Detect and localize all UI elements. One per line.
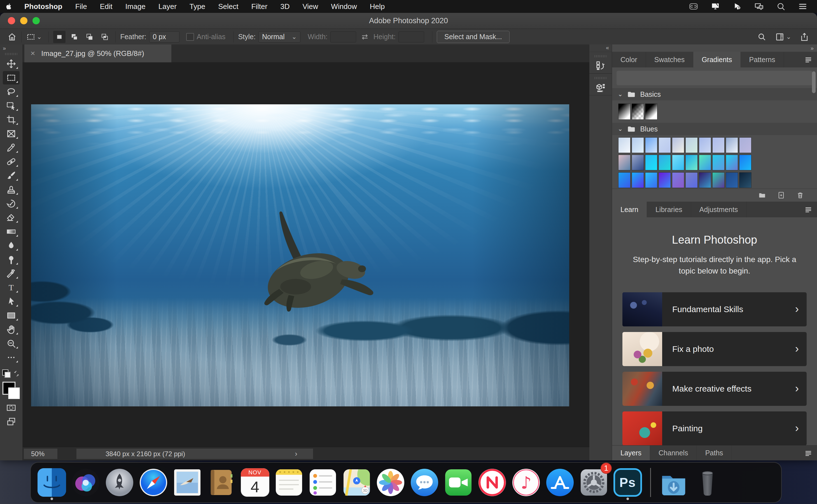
menu-item-photoshop[interactable]: Photoshop [18,0,69,13]
toolbar-grip[interactable] [5,53,17,55]
dock-item-music[interactable]: ♪ [509,464,543,501]
menu-item-filter[interactable]: Filter [245,0,274,13]
home-icon[interactable] [7,32,17,42]
dock-item-mail[interactable] [170,464,204,501]
gradient-swatch-blues-16[interactable] [686,155,698,170]
dock-item-photos[interactable] [374,464,407,501]
gradient-swatch-blues-26[interactable] [686,172,698,188]
blues-collapse-icon[interactable]: ⌄ [618,125,623,133]
default-colors-icon[interactable] [2,369,11,378]
dock-item-siri[interactable] [69,464,102,501]
rectangular-marquee-tool[interactable] [3,71,20,84]
menu-item-select[interactable]: Select [212,0,245,13]
dock-item-contacts[interactable] [204,464,238,501]
subtract-from-selection-icon[interactable] [83,31,96,43]
dock-item-facetime[interactable] [441,464,475,501]
search-icon[interactable] [757,32,767,42]
gradient-swatch-blues-24[interactable] [659,172,671,188]
gradient-swatch-blues-3[interactable] [645,137,658,153]
external-displays-icon[interactable] [754,2,764,11]
dock-item-trash[interactable] [691,464,724,501]
new-gradient-icon[interactable] [777,191,785,199]
swap-colors-icon[interactable] [13,370,20,377]
notification-list-icon[interactable] [798,2,807,11]
panel-tab-swatches[interactable]: Swatches [646,52,693,67]
gradient-swatch-blues-2[interactable] [632,137,644,153]
learn-card-fundamental-skills[interactable]: Fundamental Skills› [623,292,807,326]
hand-tool[interactable] [3,323,20,336]
zoom-tool[interactable] [3,337,20,350]
gradient-search-input[interactable] [617,71,813,85]
properties-panel-button[interactable] [589,74,612,95]
panel-tab-patterns[interactable]: Patterns [741,52,784,67]
delete-gradient-icon[interactable] [796,191,804,199]
basics-group-header[interactable]: ⌄ Basics [612,88,817,100]
menu-item-type[interactable]: Type [183,0,212,13]
apple-menu-icon[interactable] [0,3,18,10]
learn-card-painting[interactable]: Painting› [623,411,807,445]
document-info-field[interactable]: 3840 px x 2160 px (72 ppi) › [76,449,313,459]
gradient-swatch-black-to-transparent[interactable] [632,103,644,120]
window-titlebar[interactable]: Adobe Photoshop 2020 [0,13,817,29]
new-group-icon[interactable] [758,191,766,199]
menu-item-edit[interactable]: Edit [93,0,119,13]
add-to-selection-icon[interactable] [68,31,81,43]
pen-tool[interactable] [3,267,20,280]
brush-tool[interactable] [3,169,20,182]
gradient-swatch-blues-8[interactable] [712,137,725,153]
blur-tool[interactable] [3,239,20,252]
type-tool[interactable]: T [3,281,20,294]
display-mirroring-icon[interactable] [711,2,720,11]
gradient-swatch-blues-7[interactable] [699,137,711,153]
gradient-swatch-blues-18[interactable] [712,155,725,170]
close-document-icon[interactable]: × [30,49,35,58]
gradient-swatch-blues-13[interactable] [645,155,658,170]
menu-item-file[interactable]: File [69,0,93,13]
panel-tab-paths[interactable]: Paths [697,446,732,460]
menu-item-help[interactable]: Help [363,0,391,13]
learn-panel-menu-icon[interactable] [804,202,813,217]
anti-alias-checkbox[interactable] [186,33,194,41]
lasso-tool[interactable] [3,85,20,98]
dock-item-notes[interactable] [272,464,306,501]
screen-mode-button[interactable] [3,415,20,428]
height-input[interactable] [398,31,424,43]
document-tab[interactable]: × Image_27.jpg @ 50% (RGB/8#) [24,44,171,62]
history-brush-tool[interactable] [3,197,20,210]
new-selection-icon[interactable] [53,31,65,43]
share-icon[interactable] [800,32,809,42]
eraser-tool[interactable] [3,211,20,224]
gradient-swatch-blues-4[interactable] [659,137,671,153]
gradient-swatch-blues-25[interactable] [672,172,684,188]
pen-input-icon[interactable] [733,2,742,11]
gradient-swatch-blues-30[interactable] [739,172,752,188]
panel-tab-gradients[interactable]: Gradients [693,52,741,67]
dock-item-photoshop[interactable]: Ps [610,464,645,501]
gradient-swatch-blues-21[interactable] [618,172,631,188]
width-input[interactable] [330,31,356,43]
collapse-panels-icon[interactable]: » [612,44,817,52]
gradient-swatch-blues-27[interactable] [699,172,711,188]
learn-card-make-creative-effects[interactable]: Make creative effects› [623,372,807,406]
expand-panels-icon[interactable]: « [589,44,612,52]
gradient-swatch-blues-11[interactable] [618,155,631,170]
blues-group-header[interactable]: ⌄ Blues [612,123,817,135]
dock-item-messages[interactable] [407,464,441,501]
gradients-scrollbar[interactable] [812,71,816,93]
rectangle-tool[interactable] [3,309,20,322]
style-dropdown[interactable]: Normal⌄ [259,31,301,43]
clone-stamp-tool[interactable] [3,183,20,196]
gradient-swatch-blues-15[interactable] [672,155,684,170]
dock-item-maps[interactable]: 3D [340,464,374,501]
creative-cloud-icon[interactable] [689,2,698,11]
dock-item-system-preferences[interactable]: 1 [577,464,610,501]
gradient-swatch-blues-12[interactable] [632,155,644,170]
menu-item-window[interactable]: Window [325,0,363,13]
zoom-level-field[interactable]: 50% [24,449,57,459]
status-chevron-icon[interactable]: › [295,449,297,458]
object-selection-tool[interactable] [3,99,20,112]
eyedropper-tool[interactable] [3,141,20,154]
gradient-swatch-blues-1[interactable] [618,137,631,153]
gradient-swatch-black-to-white[interactable] [618,103,631,120]
menu-item-image[interactable]: Image [119,0,152,13]
